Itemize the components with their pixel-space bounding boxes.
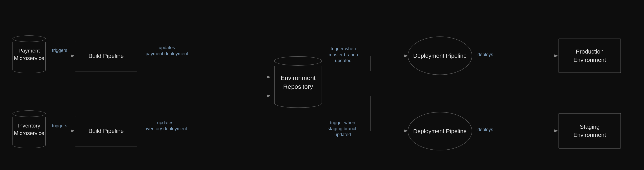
staging-environment: StagingEnvironment [558,113,621,148]
updates-inventory-label: updatesinventory deployment [144,120,187,132]
build-pipeline-top: Build Pipeline [75,41,137,71]
triggers-bottom-label: triggers [52,123,67,129]
inventory-microservice-label: InventoryMicroservice [14,122,44,137]
build-pipeline-bottom-label: Build Pipeline [88,127,124,135]
production-environment-label: ProductionEnvironment [573,48,606,64]
deploys-top-label: deploys [478,52,493,58]
payment-microservice: PaymentMicroservice [12,35,46,73]
deploys-bottom-label: deploys [478,127,493,133]
deployment-pipeline-top-label: Deployment Pipeline [413,53,467,59]
deployment-pipeline-top: Deployment Pipeline [408,37,472,75]
build-pipeline-bottom: Build Pipeline [75,116,137,146]
trigger-master-label: trigger whenmaster branchupdated [329,46,358,64]
trigger-staging-label: trigger whenstaging branchupdated [328,120,358,138]
inventory-microservice: InventoryMicroservice [12,110,46,148]
production-environment: ProductionEnvironment [558,39,621,73]
triggers-top-label: triggers [52,48,67,54]
staging-environment-label: StagingEnvironment [573,123,606,139]
payment-microservice-label: PaymentMicroservice [14,47,44,62]
environment-repository: EnvironmentRepository [274,56,322,108]
build-pipeline-top-label: Build Pipeline [88,52,124,60]
diagram-container: PaymentMicroservice Build Pipeline Inven… [0,0,644,170]
deployment-pipeline-bottom-label: Deployment Pipeline [413,128,467,135]
updates-payment-label: updatespayment deployment [146,45,188,57]
deployment-pipeline-bottom: Deployment Pipeline [408,112,472,150]
environment-repository-label: EnvironmentRepository [280,74,316,91]
